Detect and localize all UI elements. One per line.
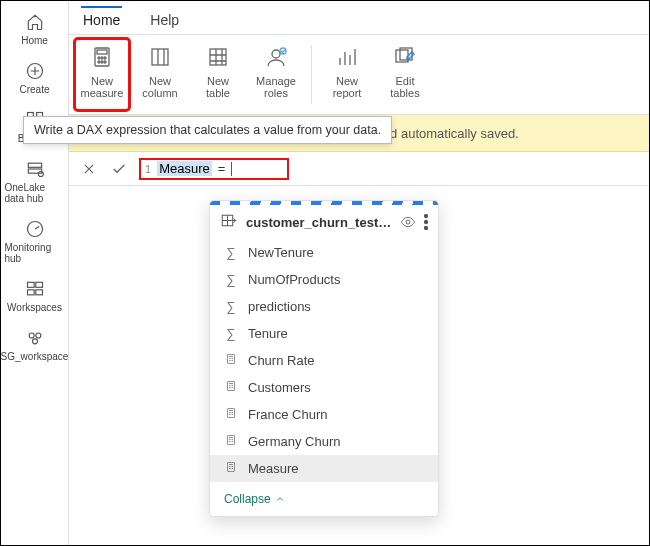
field-churn-rate[interactable]: Churn Rate [210, 347, 438, 374]
calculator-icon [224, 407, 238, 422]
edit-icon [393, 43, 417, 71]
measure-name: Measure [157, 161, 212, 176]
ribbon-label: Manageroles [256, 75, 296, 99]
close-icon [82, 162, 96, 176]
svg-point-33 [425, 221, 428, 224]
svg-point-32 [425, 215, 428, 218]
nav-label: Create [19, 84, 49, 95]
stack-icon [24, 158, 46, 180]
svg-rect-10 [35, 282, 42, 287]
manage-roles-button[interactable]: Manageroles [249, 39, 303, 110]
svg-rect-37 [228, 409, 235, 418]
collapse-button[interactable]: Collapse [210, 482, 438, 516]
plus-icon [24, 60, 46, 82]
svg-rect-5 [28, 163, 41, 167]
formula-bar: 1 Measure = [69, 152, 649, 186]
svg-rect-17 [97, 50, 107, 54]
new-table-button[interactable]: Newtable [191, 39, 245, 110]
gauge-icon [24, 218, 46, 240]
field-label: France Churn [248, 407, 327, 422]
sigma-icon: ∑ [224, 245, 238, 260]
more-icon[interactable] [424, 214, 428, 230]
nav-workspaces[interactable]: Workspaces [5, 274, 65, 317]
ribbon-label: Newtable [206, 75, 230, 99]
field-tenure[interactable]: ∑Tenure [210, 320, 438, 347]
check-icon [111, 161, 127, 177]
left-nav: HomeCreateBrowseOneLake data hubMonitori… [1, 1, 69, 545]
eye-icon[interactable] [400, 214, 416, 230]
calculator-icon [224, 461, 238, 476]
nav-label: Home [21, 35, 48, 46]
field-label: Customers [248, 380, 311, 395]
tbl-icon [206, 43, 230, 71]
svg-point-21 [98, 61, 100, 63]
svg-point-14 [35, 333, 40, 338]
nav-sg_workspace[interactable]: SG_workspace [5, 323, 65, 366]
new-column-button[interactable]: Newcolumn [133, 39, 187, 110]
ribbon-tooltip: Write a DAX expression that calculates a… [23, 116, 392, 144]
tab-help[interactable]: Help [148, 6, 181, 34]
svg-rect-39 [228, 463, 235, 472]
edit-tables-button[interactable]: Edittables [378, 39, 432, 110]
calculator-icon [224, 434, 238, 449]
table-arrows-icon [220, 213, 238, 231]
sigma-icon: ∑ [224, 272, 238, 287]
sigma-icon: ∑ [224, 299, 238, 314]
field-numofproducts[interactable]: ∑NumOfProducts [210, 266, 438, 293]
cancel-formula-button[interactable] [79, 159, 99, 179]
svg-point-31 [406, 220, 410, 224]
workspaces-icon [24, 278, 46, 300]
new-report-button[interactable]: Newreport [320, 39, 374, 110]
svg-point-34 [425, 227, 428, 230]
field-label: Tenure [248, 326, 288, 341]
svg-point-18 [98, 57, 100, 59]
svg-point-7 [38, 172, 43, 177]
nav-monitoring-hub[interactable]: Monitoring hub [5, 214, 65, 268]
collapse-label: Collapse [224, 492, 271, 506]
panel-title: customer_churn_test_... [246, 215, 392, 230]
field-france-churn[interactable]: France Churn [210, 401, 438, 428]
field-customers[interactable]: Customers [210, 374, 438, 401]
equals-sign: = [218, 161, 226, 176]
fields-panel: customer_churn_test_... ∑NewTenure∑NumOf… [209, 200, 439, 517]
commit-formula-button[interactable] [109, 159, 129, 179]
sigma-icon: ∑ [224, 326, 238, 341]
formula-input[interactable]: 1 Measure = [139, 158, 289, 180]
field-label: NewTenure [248, 245, 314, 260]
field-label: predictions [248, 299, 311, 314]
svg-rect-11 [27, 290, 34, 295]
field-label: Germany Churn [248, 434, 340, 449]
svg-rect-35 [228, 355, 235, 364]
svg-rect-36 [228, 382, 235, 391]
field-predictions[interactable]: ∑predictions [210, 293, 438, 320]
field-newtenure[interactable]: ∑NewTenure [210, 239, 438, 266]
field-list[interactable]: ∑NewTenure∑NumOfProducts∑predictions∑Ten… [210, 239, 438, 482]
field-label: NumOfProducts [248, 272, 340, 287]
nav-home[interactable]: Home [5, 7, 65, 50]
nav-label: OneLake data hub [5, 182, 65, 204]
col-icon [148, 43, 172, 71]
chevron-up-icon [275, 494, 285, 504]
svg-point-20 [104, 57, 106, 59]
nav-onelake-data-hub[interactable]: OneLake data hub [5, 154, 65, 208]
user-icon [264, 43, 288, 71]
svg-rect-38 [228, 436, 235, 445]
svg-rect-9 [27, 282, 34, 287]
calc-icon [90, 43, 114, 71]
new-measure-button[interactable]: Newmeasure [75, 39, 129, 110]
nav-label: SG_workspace [1, 351, 69, 362]
tab-home[interactable]: Home [81, 6, 122, 34]
calculator-icon [224, 353, 238, 368]
nav-create[interactable]: Create [5, 56, 65, 99]
ribbon-label: Newcolumn [142, 75, 177, 99]
svg-rect-6 [28, 169, 41, 173]
svg-rect-25 [210, 49, 226, 65]
line-number: 1 [145, 163, 151, 175]
ribbon-label: Edittables [390, 75, 419, 99]
svg-point-15 [32, 339, 37, 344]
text-caret [231, 162, 232, 176]
field-measure[interactable]: Measure [210, 455, 438, 482]
field-label: Measure [248, 461, 299, 476]
svg-point-26 [272, 50, 280, 58]
field-germany-churn[interactable]: Germany Churn [210, 428, 438, 455]
